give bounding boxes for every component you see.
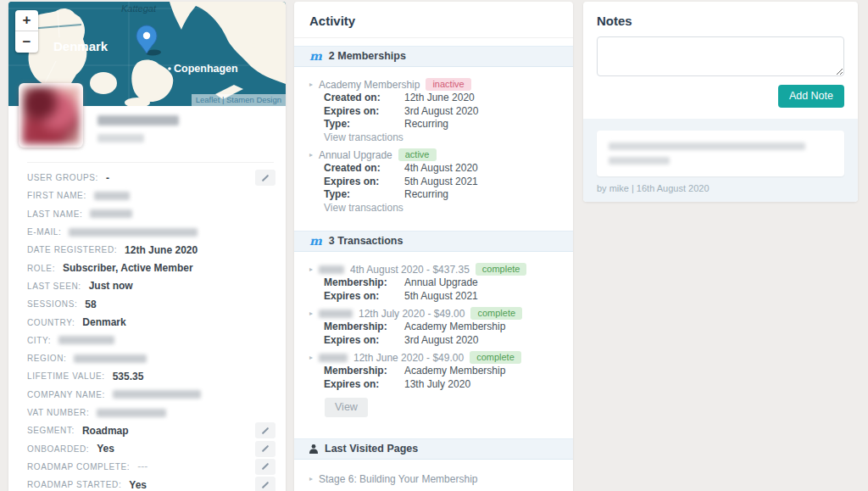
edit-button[interactable]: [255, 422, 275, 438]
member-profile-page: Kattegat Denmark Copenhagen + − Leaflet …: [0, 0, 868, 491]
map-attribution[interactable]: Leaflet | Stamen Design: [192, 94, 286, 106]
detail-label: LIFETIME VALUE:: [27, 371, 105, 381]
field-label: Type:: [324, 188, 404, 202]
transaction-item[interactable]: ▸ 12th July 2020 - $49.00 complete: [309, 306, 558, 321]
memberships-list: ▸ Academy Membership inactive Created on…: [294, 67, 573, 223]
transaction-field: Membership: Academy Membership: [309, 365, 558, 378]
field-value: 4th August 2020: [404, 162, 478, 176]
field-value: Recurring: [404, 118, 448, 131]
notes-title: Notes: [583, 2, 858, 36]
transaction-title: 12th June 2020 - $49.00: [353, 352, 464, 364]
detail-row-first-name: FIRST NAME:: [27, 187, 275, 204]
detail-value: Denmark: [82, 316, 125, 328]
add-note-button[interactable]: Add Note: [778, 85, 844, 108]
transaction-id-redacted: [319, 354, 348, 362]
transaction-field: Expires on: 5th August 2021: [309, 290, 558, 304]
map-sea-label: Kattegat: [121, 3, 157, 14]
chevron-right-icon: ▸: [309, 266, 313, 273]
edit-button[interactable]: [255, 459, 275, 475]
avatar: [19, 83, 83, 148]
field-label: Created on:: [324, 92, 404, 105]
activity-title: Activity: [294, 2, 573, 38]
map-island: [251, 43, 256, 48]
membership-field: Created on: 4th August 2020: [309, 162, 558, 176]
note-input[interactable]: [597, 36, 844, 76]
field-label: Expires on:: [324, 176, 404, 189]
detail-label: VAT NUMBER:: [27, 408, 89, 417]
zoom-in-button[interactable]: +: [15, 10, 38, 31]
view-transactions-link[interactable]: View transactions: [309, 131, 558, 145]
detail-value: 535.35: [113, 371, 144, 382]
edit-button[interactable]: [255, 441, 275, 457]
field-value: 5th August 2021: [404, 290, 478, 304]
detail-value: Yes: [129, 479, 147, 491]
detail-row-last-name: LAST NAME:: [27, 205, 275, 223]
notes-history: by mike | 16th August 2020: [583, 119, 858, 202]
field-value: 5th August 2021: [404, 176, 478, 189]
note-actions: Add Note: [597, 85, 844, 108]
visited-page-link[interactable]: Stage 6: Building Your Membership: [319, 473, 477, 485]
field-value: Academy Membership: [404, 365, 505, 378]
transaction-item[interactable]: ▸ 4th August 2020 - $437.35 complete: [309, 262, 558, 276]
last-visited-header-label: Last Visited Pages: [325, 443, 418, 455]
field-label: Created on:: [324, 162, 404, 176]
detail-label: FIRST NAME:: [27, 191, 86, 200]
field-value: Recurring: [404, 188, 448, 202]
detail-value-redacted: [113, 390, 201, 399]
detail-label: REGION:: [27, 354, 66, 363]
detail-value: Subscriber, Active Member: [63, 262, 193, 274]
transactions-section-header: m 3 Transactions: [294, 231, 573, 252]
detail-row-sessions: SESSIONS: 58: [27, 295, 275, 313]
map-land-funen: [90, 72, 117, 94]
detail-row-role: ROLE: Subscriber, Active Member: [27, 259, 275, 276]
field-label: Membership:: [324, 321, 404, 334]
view-button[interactable]: View: [325, 398, 368, 417]
zoom-out-button[interactable]: −: [15, 31, 38, 53]
membership-item[interactable]: ▸ Academy Membership inactive: [309, 77, 558, 92]
detail-row-roadmap-complete: ROADMAP COMPLETE: ---: [27, 458, 275, 476]
map-city-dot: [168, 67, 171, 70]
membership-item[interactable]: ▸ Annual Upgrade active: [309, 148, 558, 162]
detail-row-country: COUNTRY: Denmark: [27, 313, 275, 331]
detail-value: Roadmap: [82, 425, 129, 437]
status-badge: complete: [476, 263, 527, 276]
detail-row-lifetime-value: LIFETIME VALUE: 535.35: [27, 367, 275, 385]
field-label: Expires on:: [324, 290, 404, 304]
detail-label: SEGMENT:: [27, 426, 75, 435]
member-name-block: [97, 115, 179, 142]
view-transactions-link[interactable]: View transactions: [309, 202, 558, 215]
pencil-icon: [262, 463, 269, 470]
membership-field: Type: Recurring: [309, 118, 558, 131]
field-label: Membership:: [324, 276, 404, 290]
chevron-right-icon: ▸: [309, 354, 313, 361]
transaction-item[interactable]: ▸ 12th June 2020 - $49.00 complete: [309, 350, 558, 365]
chevron-right-icon: ▸: [309, 81, 313, 88]
detail-label: LAST SEEN:: [27, 282, 81, 291]
detail-value-redacted: [74, 354, 147, 363]
detail-row-roadmap-started: ROADMAP STARTED: Yes: [27, 476, 275, 491]
detail-row-user-groups: USER GROUPS: -: [27, 169, 275, 187]
detail-row-region: REGION:: [27, 349, 275, 367]
transaction-field: Membership: Academy Membership: [309, 321, 558, 334]
edit-button[interactable]: [255, 477, 275, 491]
membership-name: Annual Upgrade: [319, 149, 392, 161]
detail-row-city: CITY:: [27, 332, 275, 349]
edit-button[interactable]: [255, 170, 275, 186]
visited-page-item: ▸ Stage 6: Building Your Membership: [309, 470, 558, 488]
pencil-icon: [262, 481, 269, 488]
divider: [27, 162, 274, 163]
member-subtitle-redacted: [97, 134, 144, 142]
detail-label: DATE REGISTERED:: [27, 245, 117, 254]
profile-card: Kattegat Denmark Copenhagen + − Leaflet …: [8, 2, 286, 491]
field-value: 13th July 2020: [404, 378, 470, 392]
detail-row-segment: SEGMENT: Roadmap: [27, 421, 275, 439]
detail-value-redacted: [90, 209, 132, 218]
detail-value: 12th June 2020: [125, 244, 198, 256]
field-label: Expires on:: [324, 334, 404, 348]
detail-label: E-MAIL:: [27, 227, 61, 237]
memberships-header-label: 2 Memberships: [329, 50, 406, 62]
membership-field: Created on: 12th June 2020: [309, 92, 558, 105]
field-value: Academy Membership: [404, 321, 505, 334]
detail-value-redacted: [94, 192, 130, 200]
detail-value: 58: [85, 299, 96, 310]
